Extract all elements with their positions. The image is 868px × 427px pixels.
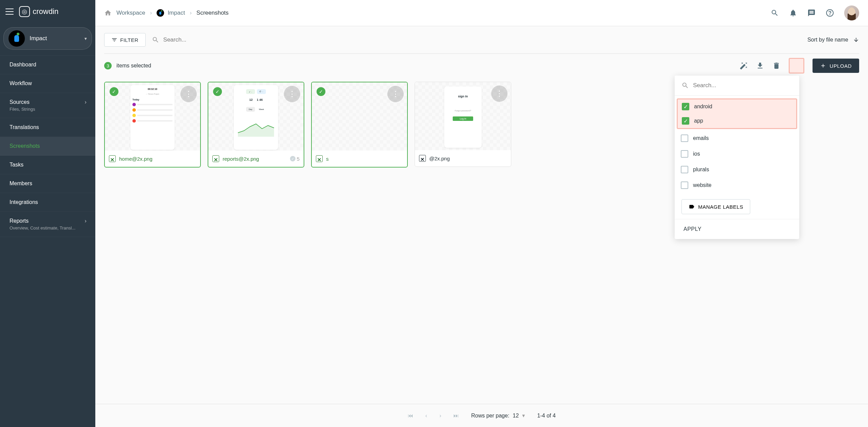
chevron-right-icon: ›: [190, 10, 192, 16]
breadcrumb: Workspace › Impact › Screenshots: [104, 9, 229, 17]
delete-icon[interactable]: [772, 62, 781, 70]
next-page-button[interactable]: ›: [439, 413, 441, 419]
screenshot-card[interactable]: ✓⋮00:32:10← Fitness ProjectTodayhome@2x.…: [104, 82, 201, 168]
last-page-button[interactable]: ⏭: [453, 413, 459, 419]
arrow-down-icon: [853, 37, 859, 43]
help-icon[interactable]: [826, 9, 834, 17]
card-footer: @2x.png: [415, 150, 511, 167]
download-icon[interactable]: [756, 62, 764, 70]
chevron-down-icon: ▾: [84, 36, 87, 41]
chevron-right-icon: ›: [85, 218, 86, 224]
card-footer: home@2x.png: [105, 151, 200, 167]
nav-item-integrations[interactable]: Integrations: [0, 193, 95, 212]
brand-name: crowdin: [33, 7, 59, 16]
menu-toggle[interactable]: [5, 9, 14, 15]
project-selector[interactable]: Impact ▾: [3, 27, 92, 50]
page-range: 1-4 of 4: [537, 413, 556, 419]
brand-icon: ◎: [19, 6, 30, 17]
screenshot-card[interactable]: ⋮sign InForgot password?Log in@2x.png: [415, 82, 511, 167]
label-item-android[interactable]: ✓android: [678, 99, 796, 114]
card-menu-button[interactable]: ⋮: [180, 86, 197, 102]
magic-wand-icon[interactable]: [740, 62, 748, 70]
nav-item-workflow[interactable]: Workflow: [0, 74, 95, 93]
screenshot-card[interactable]: ✓⋮✓ ··⏱ ··121 46DayWeekreports@2x.png✓5: [208, 82, 304, 168]
image-icon: [316, 155, 323, 162]
nav-item-tasks[interactable]: Tasks: [0, 156, 95, 174]
label-item-ios[interactable]: ios: [675, 146, 799, 162]
selected-check-icon: ✓: [213, 87, 222, 96]
image-icon: [109, 155, 116, 162]
checkbox-icon: [681, 166, 688, 173]
checkbox-icon: ✓: [682, 117, 689, 125]
filename: s: [326, 156, 329, 162]
topbar-actions: [771, 5, 859, 20]
sidebar-nav: DashboardWorkflowSources›Files, StringsT…: [0, 55, 95, 427]
upload-button[interactable]: UPLOAD: [813, 59, 859, 73]
thumbnail: ✓⋮✓ ··⏱ ··121 46DayWeek: [208, 82, 304, 151]
label-item-emails[interactable]: emails: [675, 130, 799, 146]
search-icon[interactable]: [771, 9, 779, 17]
prev-page-button[interactable]: ‹: [425, 413, 427, 419]
labels-popup: ✓android✓appemailsiospluralswebsite MANA…: [675, 76, 799, 239]
labels-search-input[interactable]: [693, 82, 792, 89]
project-name: Impact: [30, 35, 80, 42]
checkbox-icon: [681, 181, 688, 189]
breadcrumb-project[interactable]: Impact: [157, 9, 185, 17]
nav-item-reports[interactable]: Reports›Overview, Cost estimate, Transl.…: [0, 212, 95, 237]
selected-label: items selected: [116, 63, 151, 69]
sidebar: ◎ crowdin Impact ▾ DashboardWorkflowSour…: [0, 0, 95, 427]
chevron-right-icon: ›: [150, 10, 152, 16]
user-avatar[interactable]: [844, 5, 859, 20]
brand-logo[interactable]: ◎ crowdin: [19, 6, 59, 17]
card-footer: reports@2x.png✓5: [208, 151, 304, 167]
search-input[interactable]: [163, 36, 231, 43]
card-menu-button[interactable]: ⋮: [491, 85, 508, 102]
nav-item-screenshots[interactable]: Screenshots: [0, 137, 95, 156]
nav-item-translations[interactable]: Translations: [0, 118, 95, 137]
search-icon: [681, 82, 689, 89]
nav-item-members[interactable]: Members: [0, 174, 95, 193]
image-icon: [419, 155, 426, 162]
rows-per-page-value[interactable]: 12: [513, 413, 519, 419]
card-menu-button[interactable]: ⋮: [387, 86, 404, 102]
filter-button[interactable]: FILTER: [104, 33, 146, 47]
filename: home@2x.png: [119, 156, 152, 162]
selected-count-badge: 3: [104, 62, 112, 69]
filter-icon: [111, 37, 117, 43]
project-icon: [9, 30, 25, 47]
checkbox-icon: [681, 135, 688, 142]
thumbnail: ✓⋮00:32:10← Fitness ProjectToday: [105, 82, 200, 151]
notifications-icon[interactable]: [789, 9, 797, 17]
sort-selector[interactable]: Sort by file name: [807, 37, 859, 43]
first-page-button[interactable]: ⏮: [408, 413, 413, 419]
tag-count: ✓5: [290, 156, 300, 162]
selected-check-icon: ✓: [110, 87, 118, 96]
home-icon[interactable]: [104, 9, 112, 17]
svg-point-1: [830, 15, 830, 15]
apply-button[interactable]: APPLY: [684, 226, 702, 232]
project-mini-icon: [157, 9, 164, 17]
label-item-website[interactable]: website: [675, 177, 799, 193]
labels-search: [675, 76, 799, 96]
toolbar: FILTER Sort by file name 3 items selecte…: [95, 26, 868, 78]
manage-labels-button[interactable]: MANAGE LABELS: [681, 199, 750, 214]
apply-row: APPLY: [675, 219, 799, 239]
chevron-right-icon: ›: [85, 99, 86, 105]
nav-item-sources[interactable]: Sources›Files, Strings: [0, 93, 95, 118]
label-item-app[interactable]: ✓app: [678, 114, 796, 128]
filename: @2x.png: [429, 156, 450, 161]
breadcrumb-workspace[interactable]: Workspace: [116, 10, 145, 16]
label-item-plurals[interactable]: plurals: [675, 162, 799, 177]
plus-icon: [820, 63, 826, 69]
messages-icon[interactable]: [807, 9, 816, 17]
selected-check-icon: ✓: [317, 87, 325, 96]
label-icon: [689, 204, 695, 210]
screenshot-card[interactable]: ✓⋮s: [311, 82, 408, 168]
card-menu-button[interactable]: ⋮: [284, 86, 300, 102]
card-footer: s: [312, 151, 407, 167]
label-icon[interactable]: [789, 58, 804, 74]
checkbox-icon: ✓: [682, 103, 689, 110]
toolbar-row-selection: 3 items selected UPLOAD: [104, 54, 859, 78]
nav-item-dashboard[interactable]: Dashboard: [0, 56, 95, 74]
rows-per-page: Rows per page: 12 ▾: [471, 412, 525, 419]
